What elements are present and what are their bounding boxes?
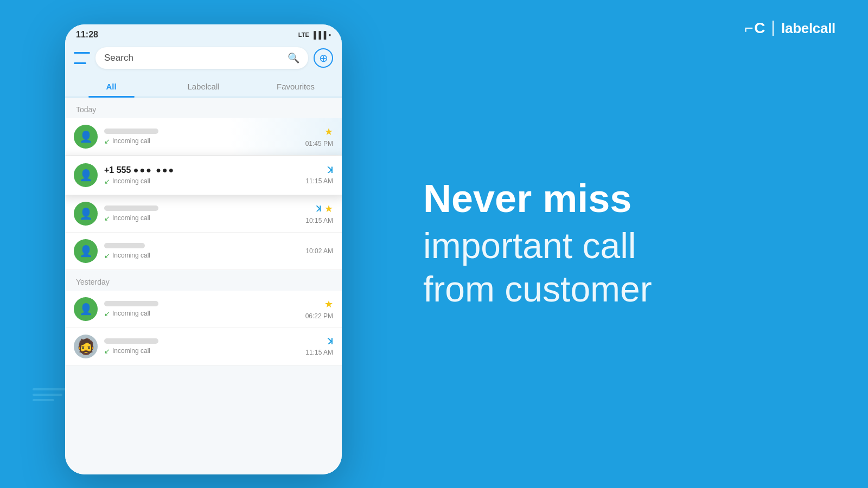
hamburger-line-1 <box>74 52 90 54</box>
add-button[interactable]: ⊕ <box>314 48 333 68</box>
star-icon: ★ <box>324 203 333 215</box>
labelcall-badge-icon: ꓘ <box>328 165 333 175</box>
tab-labelcall[interactable]: Labelcall <box>157 75 250 97</box>
add-icon: ⊕ <box>319 53 328 63</box>
name-placeholder-bar <box>104 206 158 211</box>
call-item[interactable]: 👤 ↙ Incoming call ★ 01:45 PM <box>65 118 342 156</box>
section-today: Today <box>65 98 342 118</box>
call-info: ↙ Incoming call <box>104 301 299 318</box>
incoming-call-icon: ↙ <box>104 137 110 145</box>
tagline-light-line2: from customer <box>423 268 825 311</box>
tagline-bold: Never miss <box>423 177 825 220</box>
person-icon: 👤 <box>79 130 93 143</box>
name-placeholder-bar <box>104 129 158 134</box>
call-item[interactable]: 👤 ↙ Incoming call ꓘ ★ 10:15 AM <box>65 195 342 233</box>
name-placeholder-bar <box>104 243 145 248</box>
status-icons: LTE ▐▐▐ ▪ <box>298 31 331 39</box>
battery-icon: ▪ <box>328 31 331 39</box>
dash-2 <box>33 394 62 396</box>
avatar: 👤 <box>74 163 98 187</box>
call-item[interactable]: 👤 ↙ Incoming call ★ 06:22 PM <box>65 291 342 328</box>
call-item[interactable]: 🧔 ↙ Incoming call ꓘ 11:15 AM <box>65 328 342 365</box>
right-panel: Never miss important call from customer <box>380 0 868 488</box>
call-type: ↙ Incoming call <box>104 137 299 145</box>
person-icon: 👤 <box>79 303 93 316</box>
call-time: 11:15 AM <box>305 349 333 356</box>
phone-mockup: 11:28 LTE ▐▐▐ ▪ Search 🔍 ⊕ All Labelcall… <box>65 24 342 474</box>
lte-indicator: LTE <box>298 31 309 38</box>
person-icon: 👤 <box>79 245 93 258</box>
call-type: ↙ Incoming call <box>104 310 299 318</box>
call-meta: ꓘ 11:15 AM <box>305 337 333 356</box>
star-icon: ★ <box>324 126 333 138</box>
call-info: ↙ Incoming call <box>104 338 299 355</box>
call-time: 11:15 AM <box>305 177 333 185</box>
incoming-call-icon: ↙ <box>104 310 110 318</box>
call-type-text: Incoming call <box>112 214 150 222</box>
call-info: ↙ Incoming call <box>104 243 299 260</box>
star-icon: ★ <box>324 298 333 310</box>
avatar: 👤 <box>74 297 98 321</box>
call-info: ↙ Incoming call <box>104 129 299 145</box>
call-time: 06:22 PM <box>305 312 333 320</box>
avatar-photo: 🧔 <box>74 335 98 358</box>
incoming-call-icon: ↙ <box>104 214 110 222</box>
call-type: ↙ Incoming call <box>104 347 299 355</box>
call-number: +1 555 ●●● ●●● <box>104 165 299 175</box>
labelcall-badge-icon: ꓘ <box>316 204 321 213</box>
status-bar: 11:28 LTE ▐▐▐ ▪ <box>65 24 342 43</box>
call-time: 10:15 AM <box>305 217 333 224</box>
incoming-call-icon: ↙ <box>104 347 110 355</box>
person-photo-icon: 🧔 <box>76 338 95 356</box>
meta-row: ꓘ ★ <box>316 203 333 215</box>
tagline-light-line1: important call <box>423 224 825 267</box>
avatar: 👤 <box>74 125 98 149</box>
call-meta: ꓘ ★ 10:15 AM <box>305 203 333 224</box>
header-bar: Search 🔍 ⊕ <box>65 43 342 75</box>
call-info: +1 555 ●●● ●●● ↙ Incoming call <box>104 165 299 185</box>
name-placeholder-bar <box>104 338 158 344</box>
incoming-call-icon: ↙ <box>104 177 110 185</box>
search-icon[interactable]: 🔍 <box>288 52 299 64</box>
hamburger-menu[interactable] <box>74 52 90 64</box>
name-placeholder-bar <box>104 301 158 306</box>
section-yesterday: Yesterday <box>65 270 342 291</box>
status-time: 11:28 <box>76 30 98 40</box>
tabs-bar: All Labelcall Favourites <box>65 75 342 98</box>
tab-favourites[interactable]: Favourites <box>250 75 342 97</box>
avatar: 👤 <box>74 202 98 226</box>
call-type: ↙ Incoming call <box>104 252 299 260</box>
call-time: 10:02 AM <box>305 247 333 255</box>
call-type-text: Incoming call <box>112 137 150 145</box>
call-type-text: Incoming call <box>112 177 150 185</box>
incoming-call-icon: ↙ <box>104 252 110 260</box>
call-type: ↙ Incoming call <box>104 177 299 185</box>
content-area: Today 👤 ↙ Incoming call ★ 01:45 PM 👤 <box>65 98 342 474</box>
call-meta: 10:02 AM <box>305 247 333 255</box>
call-type-text: Incoming call <box>112 310 150 317</box>
call-type: ↙ Incoming call <box>104 214 299 222</box>
call-meta: ꓘ 11:15 AM <box>305 165 333 185</box>
person-icon: 👤 <box>79 169 93 182</box>
search-placeholder: Search <box>104 53 133 63</box>
call-item[interactable]: 👤 ↙ Incoming call 10:02 AM <box>65 233 342 270</box>
call-time: 01:45 PM <box>305 140 333 147</box>
call-meta: ★ 01:45 PM <box>305 126 333 147</box>
tab-all[interactable]: All <box>65 75 157 97</box>
call-meta: ★ 06:22 PM <box>305 298 333 320</box>
call-type-text: Incoming call <box>112 252 150 259</box>
person-icon: 👤 <box>79 207 93 220</box>
call-type-text: Incoming call <box>112 347 150 355</box>
labelcall-badge-icon: ꓘ <box>328 337 333 346</box>
avatar: 👤 <box>74 239 98 263</box>
signal-bars: ▐▐▐ <box>311 31 327 39</box>
hamburger-line-2 <box>74 62 86 64</box>
call-item-highlighted[interactable]: 👤 +1 555 ●●● ●●● ↙ Incoming call ꓘ 11:15… <box>65 156 342 195</box>
dash-3 <box>33 399 54 401</box>
call-info: ↙ Incoming call <box>104 206 299 222</box>
search-bar[interactable]: Search 🔍 <box>95 47 308 69</box>
